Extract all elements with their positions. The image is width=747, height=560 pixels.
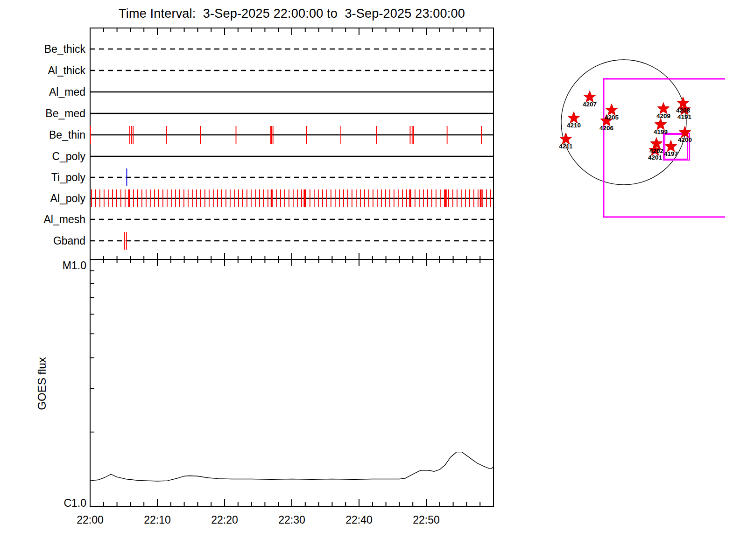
goes-panel-frame xyxy=(90,259,493,506)
star-label-4208: 4208 xyxy=(676,107,691,114)
filter-label-Al_med: Al_med xyxy=(49,86,85,98)
filter-label-Be_thick: Be_thick xyxy=(44,43,86,55)
timeline-panel-frame xyxy=(90,28,493,259)
goes-flux-curve xyxy=(90,452,493,481)
page-title: Time Interval: 3-Sep-2025 22:00:00 to 3-… xyxy=(90,7,493,21)
xtick-label-22:40: 22:40 xyxy=(345,514,373,526)
star-label-4207: 4207 xyxy=(583,101,597,108)
star-label-4202: 4202 xyxy=(649,147,663,154)
star-label-4199: 4199 xyxy=(654,128,668,135)
filter-label-Al_mesh: Al_mesh xyxy=(44,213,85,225)
observation-summary-page: Be_thickAl_thickAl_medBe_medBe_thinC_pol… xyxy=(0,0,747,560)
star-label-4205: 4205 xyxy=(605,114,619,121)
goes-ytick-label-top: M1.0 xyxy=(0,259,86,272)
goes-yaxis-title: GOES flux xyxy=(35,357,49,410)
star-label-4206: 4206 xyxy=(599,125,614,132)
filter-label-Be_med: Be_med xyxy=(45,107,85,119)
star-label-4191: 4191 xyxy=(677,113,692,120)
xtick-label-22:10: 22:10 xyxy=(144,514,171,526)
xtick-label-22:00: 22:00 xyxy=(77,514,104,526)
filter-label-Ti_poly: Ti_poly xyxy=(51,171,86,183)
star-label-4197: 4197 xyxy=(664,150,678,157)
goes-ytick-label-bottom: C1.0 xyxy=(0,497,86,510)
filter-label-Al_thick: Al_thick xyxy=(48,64,85,77)
star-label-4201: 4201 xyxy=(648,154,662,161)
star-label-4211: 4211 xyxy=(559,143,573,150)
xtick-label-22:50: 22:50 xyxy=(413,514,440,526)
star-label-4209: 4209 xyxy=(656,112,670,119)
filter-label-C_poly: C_poly xyxy=(52,150,85,162)
xtick-label-22:30: 22:30 xyxy=(278,514,305,526)
star-label-4210: 4210 xyxy=(567,122,581,129)
filter-label-Al_poly: Al_poly xyxy=(50,192,86,204)
star-label-4200: 4200 xyxy=(678,136,692,143)
filter-label-Gband: Gband xyxy=(53,235,85,247)
xtick-label-22:20: 22:20 xyxy=(211,514,238,526)
plot-canvas: Be_thickAl_thickAl_medBe_medBe_thinC_pol… xyxy=(0,0,747,560)
filter-label-Be_thin: Be_thin xyxy=(49,129,85,141)
